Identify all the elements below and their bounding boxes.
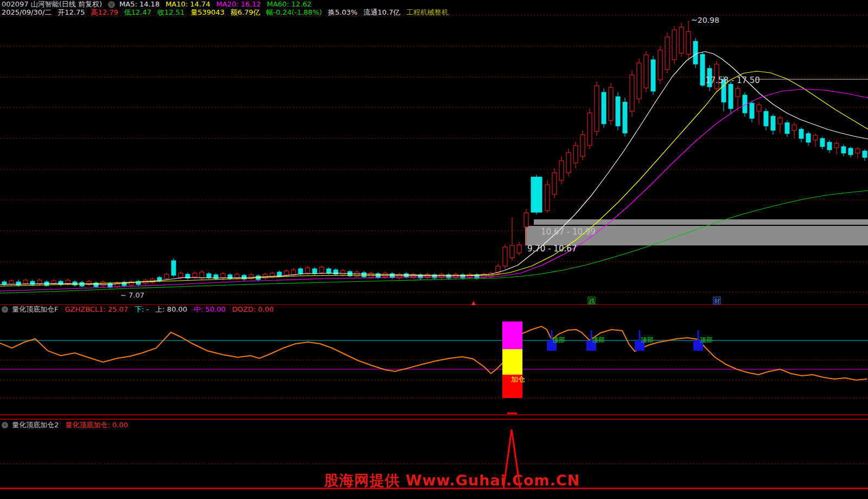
top-signal-label-2: 顶部 bbox=[591, 336, 605, 344]
ma60-value: MA60: 12.62 bbox=[267, 1, 311, 8]
panel1-params: GZHZBCL1: 25.07下: -上: 80.00中: 50.00DOZD:… bbox=[65, 306, 280, 313]
low-price-callout: ~ 7.07 bbox=[120, 291, 144, 299]
gap-label-17: 17.58 - 17.50 bbox=[705, 75, 760, 85]
ma-labels: MA5: 14.18MA10: 14.74MA20: 16.12MA60: 12… bbox=[119, 1, 317, 8]
ma20-value: MA20: 16.12 bbox=[216, 1, 261, 8]
gap-label-10: 10.67 - 10.99 bbox=[541, 227, 596, 237]
panel2-collapse-icon[interactable]: v bbox=[2, 422, 8, 428]
low-field: 低12.47 bbox=[124, 9, 151, 16]
ma5-value: MA5: 14.18 bbox=[119, 1, 159, 8]
sector-link[interactable]: 工程机械整机 bbox=[406, 9, 449, 16]
panel1-title[interactable]: 量化顶底加仓F bbox=[12, 306, 58, 313]
add-position-label: 加仓 bbox=[511, 375, 525, 383]
event-marker-layer: 跌财 bbox=[471, 297, 720, 305]
high-field: 高12.79 bbox=[91, 9, 118, 16]
quote-fields: 2025/09/30/二开12.75高12.79低12.47收12.51量539… bbox=[2, 9, 455, 16]
app-window: 跌财 ~20.98 17.58 - 17.50 10.67 - 10.99 9.… bbox=[0, 0, 868, 499]
ma10-value: MA10: 14.74 bbox=[165, 1, 210, 8]
header-line2: 2025/09/30/二开12.75高12.79低12.47收12.51量539… bbox=[2, 9, 461, 16]
turnover-field: 换5.03% bbox=[328, 9, 358, 16]
add-position-bar-segment bbox=[502, 349, 522, 375]
candlestick-series bbox=[2, 21, 867, 288]
dozd-value: DOZD: 0.00 bbox=[232, 306, 274, 313]
stock-title: 002097 山河智能(日线 前复权) bbox=[2, 1, 102, 8]
date-field: 2025/09/30/二 bbox=[2, 9, 52, 16]
zhong-value: 中: 50.00 bbox=[194, 306, 226, 313]
event-marker-cai-glyph: 财 bbox=[714, 298, 720, 305]
event-marker-die-glyph: 跌 bbox=[589, 298, 596, 305]
add-position-bar-segment bbox=[502, 321, 522, 349]
top-signal-label-1: 顶部 bbox=[552, 336, 565, 344]
gzhzbcl1-value: GZHZBCL1: 25.07 bbox=[65, 306, 128, 313]
panel2-header: v 量化顶底加仓2 量化顶底加仓: 0.00 bbox=[2, 421, 135, 429]
open-field: 开12.75 bbox=[58, 9, 85, 16]
amount-field: 额6.79亿 bbox=[231, 9, 260, 16]
top-signal-label-3: 顶部 bbox=[640, 336, 654, 344]
gap-label-9: 9.70 - 10.67 bbox=[527, 244, 577, 254]
panel2-value: 量化顶底加仓: 0.00 bbox=[65, 421, 127, 429]
header-line1: 002097 山河智能(日线 前复权) v MA5: 14.18MA10: 14… bbox=[2, 1, 323, 8]
gridlines bbox=[0, 15, 868, 305]
panel1-collapse-icon[interactable]: v bbox=[2, 306, 8, 313]
cycle-toggle-icon[interactable]: v bbox=[108, 1, 115, 8]
top-signal-label-4: 顶部 bbox=[699, 336, 713, 344]
indicator-curve bbox=[0, 326, 867, 380]
change-field: 幅-0.24(-1.88%) bbox=[266, 9, 322, 16]
shang-value: 上: 80.00 bbox=[155, 306, 187, 313]
watermark-text: 股海网提供 Www.Guhai.Com.CN bbox=[324, 471, 580, 490]
panel1-header: v 量化顶底加仓F GZHZBCL1: 25.07下: -上: 80.00中: … bbox=[2, 306, 286, 313]
panel2-title[interactable]: 量化顶底加仓2 bbox=[12, 421, 59, 429]
high-price-callout: ~20.98 bbox=[691, 16, 719, 24]
indicator-panel1-layer bbox=[0, 321, 868, 398]
signal-triangle-icon bbox=[471, 301, 476, 305]
xia-value: 下: - bbox=[135, 306, 149, 313]
float-field: 流通10.7亿 bbox=[363, 9, 400, 16]
close-field: 收12.51 bbox=[157, 9, 184, 16]
volume-field: 量539043 bbox=[190, 9, 225, 16]
